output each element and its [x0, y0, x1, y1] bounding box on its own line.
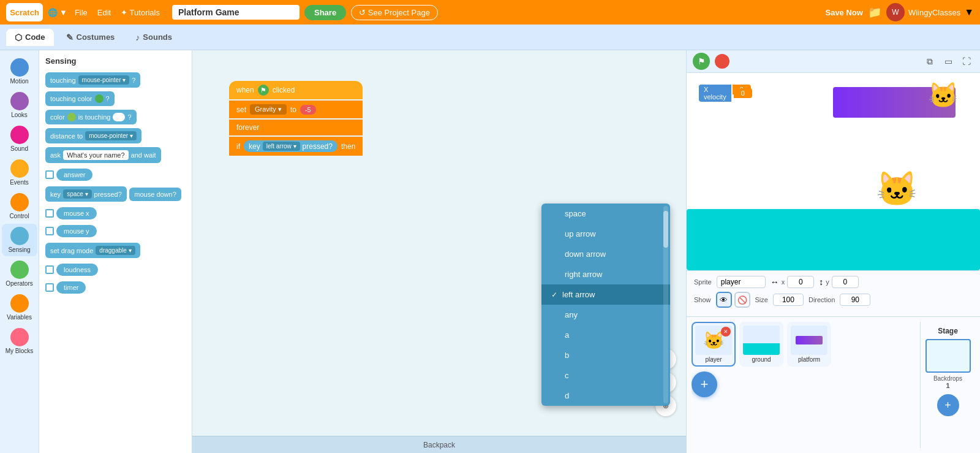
- stop-button[interactable]: [715, 54, 729, 69]
- add-sprite-area: +: [692, 371, 915, 397]
- block-if[interactable]: if key left arrow ▾ pressed? then: [229, 137, 363, 156]
- tab-code[interactable]: ⬡ Code: [6, 29, 54, 46]
- sidebar-item-sound[interactable]: Sound: [2, 123, 37, 155]
- operators-icon: [10, 261, 29, 279]
- dropdown-item-up-arrow[interactable]: up arrow: [541, 224, 670, 244]
- block-set-gravity[interactable]: set Gravity ▾ to -5: [229, 101, 363, 118]
- block-forever[interactable]: forever: [229, 120, 363, 135]
- dropdown-scrollbar[interactable]: [663, 204, 668, 406]
- small-stage-button[interactable]: ⧉: [922, 54, 937, 69]
- dropdown-item-left-arrow[interactable]: ✓ left arrow: [541, 284, 670, 305]
- size-label: Size: [755, 296, 768, 303]
- share-button[interactable]: Share: [304, 5, 346, 20]
- block-ask[interactable]: ask What's your name? and wait: [45, 147, 161, 163]
- backdrops-label: Backdrops: [933, 375, 962, 382]
- block-answer[interactable]: answer: [56, 169, 92, 181]
- sprite-x-input[interactable]: [787, 276, 814, 288]
- user-menu[interactable]: W WiingyClasses ▼: [886, 3, 974, 21]
- language-selector[interactable]: 🌐▼: [48, 8, 67, 17]
- sprite-y-input[interactable]: [832, 276, 859, 288]
- tab-costumes[interactable]: ✎ Costumes: [58, 29, 124, 46]
- sprite-card-platform[interactable]: platform: [787, 322, 831, 367]
- tab-costumes-label: Costumes: [77, 32, 115, 42]
- sensing-icon: [10, 227, 29, 245]
- block-mouse-y[interactable]: mouse y: [56, 225, 97, 237]
- mousey-checkbox[interactable]: [45, 227, 54, 235]
- stage-canvas: 🐱 🐱: [687, 75, 980, 270]
- block-mouse-x[interactable]: mouse x: [56, 207, 97, 219]
- direction-label: Direction: [809, 296, 835, 303]
- tab-sounds[interactable]: ♪ Sounds: [127, 29, 181, 46]
- backpack-bar[interactable]: Backpack: [192, 436, 686, 453]
- dropdown-item-a[interactable]: a: [541, 325, 670, 345]
- folder-icon[interactable]: 📁: [868, 6, 881, 19]
- delete-badge-player[interactable]: ✕: [721, 327, 731, 337]
- small-cat-sprite: 🐱: [928, 81, 956, 112]
- sidebar-item-events[interactable]: Events: [2, 156, 37, 189]
- sidebar-item-looks[interactable]: Looks: [2, 89, 37, 121]
- event-when-clicked[interactable]: when ⚑ clicked: [229, 81, 363, 99]
- block-color-touching[interactable]: color is touching ?: [45, 110, 137, 124]
- save-now-button[interactable]: Save Now: [825, 8, 862, 17]
- sprite-name-input[interactable]: [717, 276, 766, 288]
- top-navigation: Scratch 🌐▼ File Edit ✦ Tutorials Share ↺…: [0, 0, 980, 25]
- dropdown-item-b[interactable]: b: [541, 345, 670, 365]
- block-mouse-down[interactable]: mouse down?: [129, 188, 181, 201]
- block-distance-to[interactable]: distance to mouse-pointer ▾: [45, 128, 141, 143]
- add-backdrop-button[interactable]: +: [937, 394, 959, 416]
- dropdown-item-any[interactable]: any: [541, 305, 670, 325]
- fullscreen-button[interactable]: ⛶: [959, 54, 974, 69]
- sprite-thumb-ground: [743, 325, 780, 355]
- motion-icon: [10, 58, 29, 77]
- gravity-dropdown[interactable]: Gravity ▾: [250, 104, 287, 115]
- green-flag-button[interactable]: ⚑: [693, 53, 710, 70]
- sidebar-item-sensing[interactable]: Sensing: [2, 224, 37, 256]
- normal-stage-button[interactable]: ▭: [941, 54, 956, 69]
- size-input[interactable]: [773, 294, 804, 306]
- main-layout: Motion Looks Sound Events Control Sensin…: [0, 50, 980, 453]
- block-key-pressed[interactable]: key space ▾ pressed?: [45, 186, 127, 202]
- stage-header: ⚑ ⧉ ▭ ⛶: [687, 50, 980, 73]
- gravity-value[interactable]: -5: [300, 105, 316, 115]
- direction-input[interactable]: [840, 294, 870, 306]
- myblocks-icon: [10, 328, 29, 346]
- motion-label: Motion: [10, 78, 28, 85]
- backpack-label: Backpack: [423, 441, 455, 449]
- add-sprite-button[interactable]: +: [692, 371, 717, 397]
- dropdown-item-down-arrow[interactable]: down arrow: [541, 244, 670, 264]
- block-loudness[interactable]: loudness: [56, 264, 98, 276]
- see-project-button[interactable]: ↺ See Project Page: [351, 5, 438, 20]
- dropdown-item-right-arrow[interactable]: right arrow: [541, 264, 670, 284]
- sidebar-item-myblocks[interactable]: My Blocks: [2, 325, 37, 357]
- show-visible-button[interactable]: 👁: [716, 292, 732, 308]
- dropdown-item-space[interactable]: space: [541, 204, 670, 224]
- dropdown-item-d[interactable]: d: [541, 386, 670, 406]
- sprite-card-ground[interactable]: ground: [739, 322, 783, 367]
- block-touching-color[interactable]: touching color ?: [45, 91, 115, 106]
- sidebar-item-operators[interactable]: Operators: [2, 257, 37, 290]
- timer-checkbox[interactable]: [45, 283, 54, 292]
- workspace[interactable]: when ⚑ clicked set Gravity ▾ to -5 forev…: [192, 50, 686, 453]
- sidebar-item-variables[interactable]: Variables: [2, 291, 37, 324]
- key-dropdown-block[interactable]: left arrow ▾: [263, 142, 300, 151]
- sidebar-item-motion[interactable]: Motion: [2, 55, 37, 88]
- mousex-checkbox[interactable]: [45, 209, 54, 218]
- dropdown-item-c[interactable]: c: [541, 365, 670, 386]
- tutorials-menu[interactable]: ✦ Tutorials: [118, 8, 162, 17]
- block-timer[interactable]: timer: [56, 281, 86, 294]
- file-menu[interactable]: File: [72, 8, 90, 17]
- edit-menu[interactable]: Edit: [95, 8, 113, 17]
- blocks-panel: Sensing touching mouse-pointer ▾ ? touch…: [39, 50, 192, 453]
- show-hidden-button[interactable]: 🚫: [734, 292, 750, 308]
- sidebar-item-control[interactable]: Control: [2, 190, 37, 223]
- if-condition[interactable]: key left arrow ▾ pressed?: [244, 140, 337, 152]
- loudness-checkbox[interactable]: [45, 265, 54, 274]
- sprite-x-coord: ↔ x: [771, 276, 815, 288]
- project-name-input[interactable]: [172, 5, 300, 20]
- block-touching[interactable]: touching mouse-pointer ▾ ?: [45, 72, 140, 88]
- answer-checkbox[interactable]: [45, 170, 54, 179]
- scratch-logo[interactable]: Scratch: [6, 3, 43, 21]
- sprite-card-player[interactable]: ✕ 🐱 player: [692, 322, 736, 367]
- block-set-drag[interactable]: set drag mode draggable ▾: [45, 243, 140, 258]
- stage-thumbnail[interactable]: [925, 339, 971, 373]
